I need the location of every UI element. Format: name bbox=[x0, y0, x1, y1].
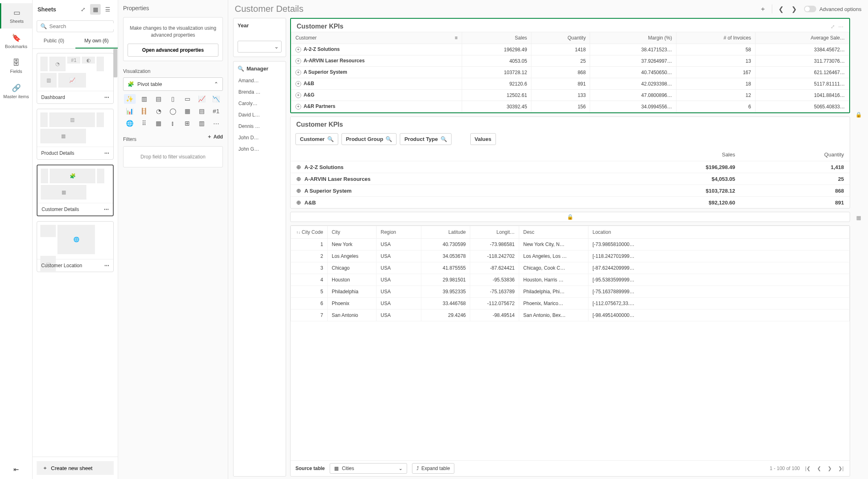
sheet-menu-icon[interactable]: ⋯ bbox=[104, 94, 109, 100]
viz-pivot-icon[interactable]: ▤ bbox=[196, 106, 207, 116]
search-input-wrap[interactable]: 🔍 bbox=[37, 20, 114, 32]
viz-stackedbar-icon[interactable]: ▤ bbox=[153, 94, 165, 104]
sheet-card-product[interactable]: ▥ ▦ Product Details⋯ bbox=[37, 109, 114, 160]
column-header[interactable]: Latitude bbox=[421, 226, 470, 239]
sheet-card-customer[interactable]: 🧩 ▦ Customer Details⋯ bbox=[37, 165, 114, 216]
collapse-sidebar-button[interactable]: ⇤ bbox=[8, 460, 24, 479]
column-header[interactable]: Average Sale… bbox=[755, 32, 849, 44]
pill-customer[interactable]: Customer🔍 bbox=[295, 133, 338, 145]
column-header[interactable]: # of Invoices bbox=[676, 32, 756, 44]
table-row[interactable]: 5PhiladelphiaUSA39.952335-75.163789Phila… bbox=[291, 286, 850, 298]
sheet-menu-icon[interactable]: ⋯ bbox=[104, 150, 109, 156]
year-dropdown[interactable]: ⌄ bbox=[238, 41, 282, 53]
viz-box-icon[interactable]: ⊞ bbox=[181, 119, 193, 128]
table-row[interactable]: 7San AntonioUSA29.4246-98.49514San Anton… bbox=[291, 310, 850, 321]
list-item[interactable]: Caroly… bbox=[238, 98, 282, 109]
column-header[interactable]: Longit… bbox=[470, 226, 519, 239]
list-item[interactable]: Amand… bbox=[238, 75, 282, 86]
customer-kpi-table[interactable]: Customer KPIs ⤢⋯ Customer ≡SalesQuantity… bbox=[290, 18, 850, 113]
grid-view-icon[interactable]: ▦ bbox=[90, 4, 101, 15]
sheet-menu-icon[interactable]: ⋯ bbox=[104, 263, 109, 268]
pill-values[interactable]: Values bbox=[470, 133, 496, 145]
viz-combo-icon[interactable]: 📊 bbox=[124, 106, 136, 116]
sheet-card-location[interactable]: 🌐 ▭ Customer Location⋯ bbox=[37, 221, 114, 272]
viz-waterfall-icon[interactable]: 🪜 bbox=[138, 106, 150, 116]
viz-kpi-icon[interactable]: #1 bbox=[210, 106, 222, 116]
table-row[interactable]: +A&G12502.6113347.0800896…121041.88416… bbox=[291, 90, 849, 101]
viz-histogram-icon[interactable]: ▥ bbox=[196, 119, 207, 128]
table-row[interactable]: +A-ARVIN Laser Resources4053.052537.9264… bbox=[291, 55, 849, 67]
sidebar-item-sheets[interactable]: ▭Sheets bbox=[0, 3, 32, 29]
viz-area-icon[interactable]: 📉 bbox=[210, 94, 222, 104]
tab-myown[interactable]: My own (6) bbox=[75, 34, 118, 48]
table-row[interactable]: +A-2-Z Solutions196298.49141838.4171523…… bbox=[291, 44, 849, 55]
list-item[interactable]: John D… bbox=[238, 132, 282, 143]
column-header[interactable]: Region bbox=[377, 226, 421, 239]
sheet-card-dashboard[interactable]: ◔#1◐ ▥📈 Dashboard⋯ bbox=[37, 53, 114, 104]
search-icon[interactable]: 🔍 bbox=[238, 66, 244, 72]
viz-type-select[interactable]: 🧩 Pivot table ⌃ bbox=[123, 77, 223, 91]
table-row[interactable]: 6PhoenixUSA33.446768-112.075672Phoenix, … bbox=[291, 298, 850, 310]
add-filter-button[interactable]: ＋Add bbox=[207, 133, 223, 140]
viz-table-icon[interactable]: ▦ bbox=[181, 106, 193, 116]
more-icon[interactable]: ⋯ bbox=[838, 24, 844, 30]
next-sheet-button[interactable]: ❯ bbox=[789, 3, 800, 15]
column-header[interactable]: City bbox=[328, 226, 377, 239]
cities-table-card[interactable]: ↑↓ City CodeCityRegionLatitudeLongit…Des… bbox=[290, 225, 850, 477]
table-row[interactable]: ⊕A Superior System$103,728.12868 bbox=[291, 185, 850, 197]
table-row[interactable]: +A&B92120.689142.0293398…185117.81111… bbox=[291, 78, 849, 90]
list-item[interactable]: David L… bbox=[238, 109, 282, 121]
viz-scatter-icon[interactable]: ⠿ bbox=[138, 119, 150, 128]
table-row[interactable]: ⊕A-ARVIN Laser Resources$4,053.0525 bbox=[291, 173, 850, 185]
sidebar-item-master[interactable]: 🔗Master items bbox=[0, 79, 32, 104]
table-row[interactable]: 4HoustonUSA29.981501-95.53836Houston, Ha… bbox=[291, 274, 850, 286]
column-header[interactable]: Location bbox=[588, 226, 850, 239]
prev-sheet-button[interactable]: ❮ bbox=[775, 3, 787, 15]
advanced-toggle[interactable] bbox=[804, 6, 816, 12]
viz-donut-icon[interactable]: ◯ bbox=[167, 106, 179, 116]
open-advanced-button[interactable]: Open advanced properties bbox=[128, 44, 218, 57]
viz-treemap-icon[interactable]: ▦ bbox=[153, 119, 165, 128]
viz-auto-icon[interactable]: ✨ bbox=[124, 94, 136, 104]
table-row[interactable]: +A&R Partners30392.4515634.0994556…65065… bbox=[291, 101, 849, 112]
table-row[interactable]: +A Superior System103728.1286840.7450650… bbox=[291, 67, 849, 78]
list-item[interactable]: Dennis … bbox=[238, 121, 282, 132]
fullscreen-icon[interactable]: ⤢ bbox=[831, 24, 835, 30]
table-row[interactable]: 2Los AngelesUSA34.053678-118.242702Los A… bbox=[291, 250, 850, 262]
table-row[interactable]: 3ChicagoUSA41.875555-87.624421Chicago, C… bbox=[291, 262, 850, 274]
viz-line-icon[interactable]: 📈 bbox=[196, 94, 207, 104]
create-sheet-button[interactable]: ＋Create new sheet bbox=[37, 461, 114, 475]
table-row[interactable]: ⊕A&B$92,120.60891 bbox=[291, 197, 850, 209]
column-header[interactable]: Desc bbox=[519, 226, 588, 239]
pill-product-type[interactable]: Product Type🔍 bbox=[400, 133, 451, 145]
customer-kpi-pivot[interactable]: Customer KPIs Customer🔍 Product Group🔍 P… bbox=[290, 116, 850, 209]
viz-bar-icon[interactable]: ▥ bbox=[138, 94, 150, 104]
column-header[interactable]: Quantity bbox=[531, 32, 590, 44]
list-view-icon[interactable]: ☰ bbox=[102, 4, 113, 15]
locked-panel[interactable]: 🔒 bbox=[290, 212, 850, 222]
list-item[interactable]: John G… bbox=[238, 143, 282, 155]
source-table-select[interactable]: ▦Cities⌄ bbox=[330, 463, 407, 474]
scrollbar-thumb[interactable] bbox=[113, 49, 117, 77]
viz-map-icon[interactable]: 🌐 bbox=[124, 119, 136, 128]
year-filter-card[interactable]: Year ⌄ bbox=[233, 18, 286, 57]
viz-bullet-icon[interactable]: ▯ bbox=[167, 94, 179, 104]
viz-pie-icon[interactable]: ◔ bbox=[153, 106, 165, 116]
page-prev-icon[interactable]: ❮ bbox=[816, 466, 822, 471]
filter-dropzone[interactable]: Drop field to filter visualization bbox=[123, 146, 223, 167]
table-row[interactable]: 1New YorkUSA40.730599-73.986581New York … bbox=[291, 239, 850, 250]
page-first-icon[interactable]: |❮ bbox=[804, 466, 812, 471]
list-item[interactable]: Brenda … bbox=[238, 86, 282, 98]
column-header[interactable]: Sales bbox=[462, 32, 531, 44]
sidebar-item-bookmarks[interactable]: 🔖Bookmarks bbox=[0, 29, 32, 54]
add-button[interactable]: ＋ bbox=[757, 3, 769, 15]
viz-distribution-icon[interactable]: ⫿ bbox=[167, 119, 179, 128]
viz-button-icon[interactable]: ▭ bbox=[181, 94, 193, 104]
expand-table-button[interactable]: ⤴Expand table bbox=[412, 463, 454, 474]
sheet-menu-icon[interactable]: ⋯ bbox=[104, 207, 109, 212]
viz-more-icon[interactable]: ⋯ bbox=[210, 119, 222, 128]
column-header[interactable]: Margin (%) bbox=[590, 32, 676, 44]
table-icon[interactable]: ▦ bbox=[856, 215, 861, 221]
table-row[interactable]: ⊕A-2-Z Solutions$196,298.491,418 bbox=[291, 161, 850, 173]
column-header[interactable]: ↑↓ City Code bbox=[291, 226, 328, 239]
